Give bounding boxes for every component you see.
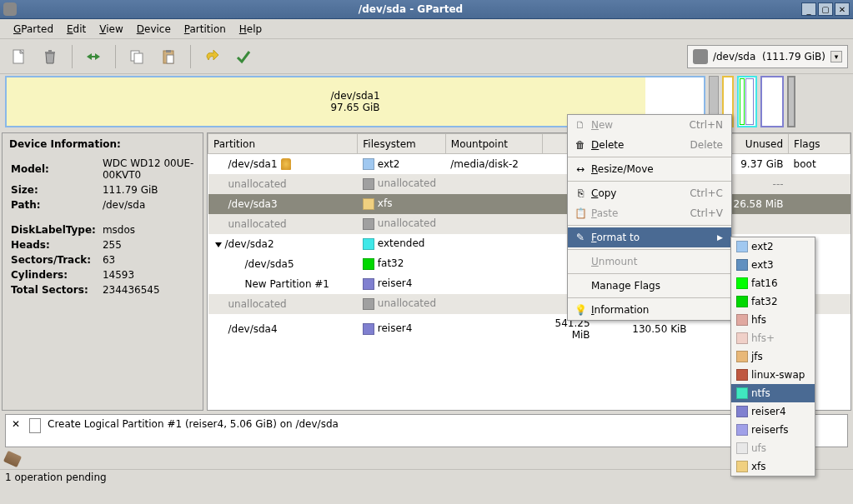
format-submenu: ext2 ext3 fat16 fat32 hfs hfs+ jfs linux… xyxy=(730,237,815,477)
fs-swatch xyxy=(363,218,374,230)
fmt-reiser4[interactable]: reiser4 xyxy=(731,402,815,421)
copy-icon[interactable] xyxy=(123,43,150,70)
device-select[interactable]: /dev/sda (111.79 GiB) ▾ xyxy=(687,45,848,68)
svg-rect-1 xyxy=(45,52,55,53)
svg-rect-7 xyxy=(166,50,171,52)
fmt-ntfs[interactable]: ntfs xyxy=(731,384,815,402)
partition-block-unalloc2[interactable] xyxy=(787,76,795,127)
menu-gparted[interactable]: GGPartedParted xyxy=(7,21,60,37)
fmt-ufs[interactable]: ufs xyxy=(731,439,815,457)
svg-rect-3 xyxy=(92,56,95,57)
titlebar: /dev/sda - GParted _ ▢ ✕ xyxy=(0,0,853,19)
minimize-button[interactable]: _ xyxy=(801,2,816,16)
partition-block-sda2[interactable] xyxy=(737,76,757,127)
chevron-updown-icon[interactable]: ▾ xyxy=(830,51,842,62)
fmt-hfsp[interactable]: hfs+ xyxy=(731,329,815,347)
ctx-flags[interactable]: Manage Flags xyxy=(568,276,731,296)
device-size: (111.79 GiB) xyxy=(762,51,825,62)
document-icon xyxy=(29,418,41,433)
col-flags[interactable]: Flags xyxy=(789,134,850,154)
pending-toolbar xyxy=(0,449,853,469)
fs-swatch xyxy=(363,323,374,335)
paste-icon[interactable] xyxy=(155,43,182,70)
pending-operations: ✕ Create Logical Partition #1 (reiser4, … xyxy=(5,414,848,447)
close-button[interactable]: ✕ xyxy=(835,2,850,16)
ctx-format[interactable]: ✎Format to▶ xyxy=(568,227,731,247)
partition-block-sda4[interactable] xyxy=(760,76,784,127)
toolbar: /dev/sda (111.79 GiB) ▾ xyxy=(0,39,853,74)
menu-view[interactable]: View xyxy=(93,21,129,37)
fmt-ext3[interactable]: ext3 xyxy=(731,256,815,274)
maximize-button[interactable]: ▢ xyxy=(818,2,833,16)
trash-icon: 🗑 xyxy=(573,139,588,151)
copy-icon: ⎘ xyxy=(573,187,588,199)
fs-swatch xyxy=(363,158,374,170)
fs-swatch xyxy=(363,298,374,310)
col-partition[interactable]: Partition xyxy=(208,134,358,154)
new-icon[interactable] xyxy=(5,43,32,70)
fmt-reiserfs[interactable]: reiserfs xyxy=(731,421,815,439)
fmt-fat16[interactable]: fat16 xyxy=(731,274,815,292)
lock-icon xyxy=(281,158,291,170)
col-mountpoint[interactable]: Mountpoint xyxy=(445,134,542,154)
undo-icon[interactable] xyxy=(198,43,225,70)
context-menu: 🗋NewCtrl+N 🗑DeleteDelete ↔Resize/Move ⎘C… xyxy=(567,114,732,321)
partition-block-label: /dev/sda1 xyxy=(330,90,379,102)
menu-help[interactable]: Help xyxy=(233,21,268,37)
partition-block-sda5[interactable] xyxy=(740,78,745,125)
col-filesystem[interactable]: Filesystem xyxy=(358,134,445,154)
device-name: /dev/sda xyxy=(713,51,755,62)
paste-icon: 📋 xyxy=(573,207,588,219)
fs-swatch xyxy=(363,178,374,190)
window-title: /dev/sda - GParted xyxy=(22,3,800,15)
table-row[interactable]: /dev/sda1 ext2 /media/disk-2 97 9.37 GiB… xyxy=(208,154,850,174)
close-pending-icon[interactable]: ✕ xyxy=(9,418,23,430)
svg-rect-2 xyxy=(48,50,52,52)
ctx-copy[interactable]: ⎘CopyCtrl+C xyxy=(568,183,731,203)
fmt-lswap[interactable]: linux-swap xyxy=(731,366,815,384)
table-row[interactable]: unallocated unallocated 1 --- xyxy=(208,174,850,194)
pending-text: Create Logical Partition #1 (reiser4, 5.… xyxy=(48,418,339,430)
brush-icon[interactable] xyxy=(3,451,22,467)
new-icon: 🗋 xyxy=(573,119,588,131)
fs-swatch xyxy=(363,238,374,250)
fmt-xfs[interactable]: xfs xyxy=(731,457,815,476)
device-info-title: Device Information: xyxy=(9,138,196,150)
format-icon: ✎ xyxy=(573,232,588,243)
resize-icon: ↔ xyxy=(573,163,588,175)
fmt-hfs[interactable]: hfs xyxy=(731,311,815,329)
app-icon xyxy=(3,2,17,16)
resize-icon[interactable] xyxy=(80,43,107,70)
status-bar: 1 operation pending xyxy=(0,469,853,486)
menu-partition[interactable]: Partition xyxy=(178,21,233,37)
table-row-selected[interactable]: /dev/sda3 xfs 431 26.58 MiB xyxy=(208,194,850,214)
table-row[interactable]: unallocated unallocated 1 xyxy=(208,214,850,234)
svg-rect-8 xyxy=(167,55,173,63)
fmt-ext2[interactable]: ext2 xyxy=(731,237,815,256)
ctx-unmount[interactable]: Unmount xyxy=(568,252,731,272)
ctx-resize[interactable]: ↔Resize/Move xyxy=(568,159,731,179)
ctx-paste[interactable]: 📋PasteCtrl+V xyxy=(568,203,731,223)
fs-swatch xyxy=(363,258,374,270)
table-header: Partition Filesystem Mountpoint Size Use… xyxy=(208,134,850,154)
fmt-fat32[interactable]: fat32 xyxy=(731,292,815,311)
fs-swatch xyxy=(363,278,374,290)
menu-edit[interactable]: Edit xyxy=(60,21,93,37)
info-icon: 💡 xyxy=(573,304,588,316)
disk-icon xyxy=(693,49,708,64)
apply-icon[interactable] xyxy=(230,43,257,70)
menu-device[interactable]: Device xyxy=(130,21,178,37)
chevron-right-icon: ▶ xyxy=(717,233,723,242)
partition-block-newpart[interactable] xyxy=(745,78,754,125)
partition-block-size: 97.65 GiB xyxy=(330,102,379,113)
fmt-jfs[interactable]: jfs xyxy=(731,347,815,366)
expand-icon[interactable] xyxy=(215,242,222,247)
menubar: GGPartedParted Edit View Device Partitio… xyxy=(0,19,853,39)
delete-icon[interactable] xyxy=(37,43,63,70)
ctx-info[interactable]: 💡Information xyxy=(568,300,731,320)
ctx-new[interactable]: 🗋NewCtrl+N xyxy=(568,115,731,135)
ctx-delete[interactable]: 🗑DeleteDelete xyxy=(568,135,731,155)
svg-rect-5 xyxy=(134,53,143,63)
device-info-panel: Device Information: Model:WDC WD12 00UE-… xyxy=(2,132,203,411)
fs-swatch xyxy=(363,198,374,210)
